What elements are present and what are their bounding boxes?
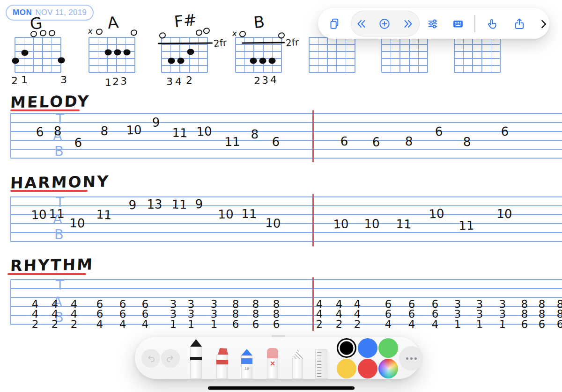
finger-number-ink: 2: [254, 75, 260, 87]
color-swatch-red[interactable]: [358, 359, 377, 378]
staff-line: [10, 279, 562, 280]
staff-line: [10, 131, 562, 132]
grid-line-vertical: [89, 37, 89, 73]
tab-note-ink: 11: [96, 207, 112, 222]
finger-number-ink: 2: [11, 75, 18, 87]
eraser-tool[interactable]: ✕: [267, 348, 278, 379]
grid-line-vertical: [33, 37, 34, 73]
title-underline-ink: [10, 109, 80, 111]
tab-note-ink: 10: [126, 123, 142, 137]
open-string-mark: [39, 30, 47, 37]
section-title-ink: RHYTHM: [10, 255, 94, 275]
grid-line-horizontal: [162, 65, 207, 66]
staff-line: [10, 241, 562, 242]
grid-line-horizontal: [236, 72, 281, 73]
grid-line-horizontal: [236, 65, 281, 66]
staff-line: [10, 196, 562, 197]
share-icon: [513, 17, 526, 30]
chord-stack-digit-ink: 1: [499, 318, 506, 331]
share-button[interactable]: [513, 17, 526, 30]
staff-left-border: [10, 113, 11, 159]
home-indicator[interactable]: [208, 386, 355, 390]
duplicate-pages-icon: [328, 17, 341, 30]
tab-note-ink: 10: [218, 207, 234, 222]
grid-line-vertical: [134, 37, 135, 73]
redo-button[interactable]: [161, 349, 180, 368]
toolbar-drag-handle[interactable]: [272, 335, 285, 337]
color-swatch-rainbow[interactable]: [378, 359, 398, 378]
open-string-mark: [278, 32, 285, 39]
grid-line-vertical: [463, 37, 464, 73]
color-swatch-green[interactable]: [378, 338, 398, 358]
chord-stack-digit-ink: 2: [51, 318, 58, 330]
marker-tool[interactable]: [216, 348, 228, 379]
toolbar-divider: [474, 15, 475, 32]
grid-line-vertical: [346, 37, 347, 73]
collapse-toolbar-button[interactable]: [537, 18, 549, 30]
chord-grid: [454, 37, 500, 73]
tab-note-ink: 8: [53, 124, 61, 138]
grid-line-horizontal: [454, 58, 500, 59]
grid-line-vertical: [355, 37, 355, 73]
grid-line-horizontal: [382, 65, 428, 66]
keypad-button[interactable]: [451, 17, 465, 30]
adjustments-button[interactable]: [426, 17, 439, 30]
grid-line-vertical: [391, 37, 392, 73]
pencil-size-label: 19: [241, 366, 252, 370]
gesture-hand-button[interactable]: [486, 17, 499, 30]
tab-note-ink: 11: [49, 207, 65, 221]
finger-number-ink: 3: [120, 75, 127, 87]
grid-line-vertical: [15, 37, 15, 73]
grid-line-vertical: [399, 37, 400, 73]
staff-line: [10, 223, 562, 224]
duplicate-pages-button[interactable]: [328, 17, 341, 30]
finger-number-ink: 4: [175, 76, 182, 87]
next-page-button[interactable]: [402, 18, 414, 30]
grid-line-horizontal: [382, 72, 428, 73]
muted-string-mark: x: [232, 29, 237, 38]
ruler-tool[interactable]: [315, 349, 327, 379]
color-swatch-blue[interactable]: [358, 338, 377, 358]
grid-line-horizontal: [454, 65, 500, 66]
chord-stack-digit-ink: 4: [408, 318, 415, 330]
chord-name-ink: F#: [173, 10, 198, 31]
tab-note-ink: 8: [463, 135, 471, 149]
chord-stack-digit-ink: 2: [31, 318, 39, 330]
pen-tool[interactable]: [190, 339, 202, 379]
notes-canvas[interactable]: MON NOV 11, 2019 TABTABTAB G213Ax123F#2f…: [0, 0, 562, 392]
previous-page-button[interactable]: [355, 18, 367, 30]
color-swatch-yellow[interactable]: [337, 359, 356, 378]
tab-note-ink: 9: [195, 197, 203, 211]
open-string-mark: [195, 29, 203, 36]
eraser-cap: [267, 348, 278, 358]
chord-stack-digit-ink: 4: [431, 318, 438, 330]
undo-button[interactable]: [141, 349, 160, 368]
pencil-tool[interactable]: 19: [241, 349, 252, 379]
tab-note-ink: 13: [147, 197, 162, 211]
grid-line-horizontal: [15, 65, 61, 66]
color-swatch-black[interactable]: [337, 338, 356, 358]
pen-band: [190, 357, 202, 360]
more-options-button[interactable]: [399, 346, 423, 370]
add-page-button[interactable]: [378, 18, 391, 30]
tab-note-ink: 6: [501, 124, 509, 138]
grid-line-horizontal: [236, 44, 281, 45]
tab-note-ink: 9: [128, 198, 137, 212]
grid-line-horizontal: [309, 44, 355, 45]
grid-line-vertical: [454, 37, 455, 73]
grid-line-vertical: [409, 37, 410, 73]
grid-line-horizontal: [309, 72, 355, 73]
shader-tool[interactable]: [292, 349, 303, 379]
chord-stack-digit-ink: 6: [521, 318, 528, 330]
open-string-mark: [48, 30, 56, 37]
tab-note-ink: 11: [171, 197, 187, 211]
staff-line: [10, 140, 562, 141]
marker-tip: [216, 348, 228, 355]
pen-body: [190, 347, 202, 379]
grid-line-horizontal: [89, 44, 135, 45]
tab-note-ink: 8: [405, 134, 413, 149]
sliders-icon: [426, 17, 439, 30]
pen-tip: [190, 339, 202, 347]
grid-line-vertical: [472, 37, 473, 73]
finger-number-ink: 3: [60, 74, 67, 86]
